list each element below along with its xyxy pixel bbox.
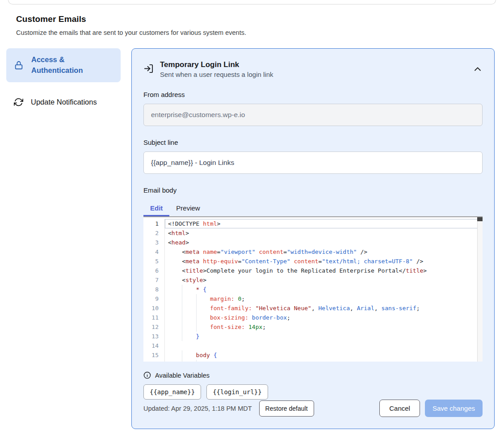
email-types-sidebar: Access & AuthenticationUpdate Notificati… bbox=[6, 48, 121, 114]
code-line[interactable]: 7<style> bbox=[143, 275, 483, 285]
code-line[interactable]: 15body { bbox=[143, 350, 483, 360]
panel-subtitle: Sent when a user requests a login link bbox=[160, 71, 273, 78]
cancel-button[interactable]: Cancel bbox=[379, 400, 420, 417]
sidebar-item-label: Access & Authentication bbox=[31, 55, 113, 76]
line-number: 9 bbox=[143, 294, 165, 303]
previous-card-bottom-edge bbox=[8, 0, 496, 4]
code-line[interactable]: 8* { bbox=[143, 285, 483, 294]
updated-timestamp: Updated: Apr 29, 2025, 1:18 PM MDT bbox=[143, 405, 252, 412]
code-line-content: <!DOCTYPE html> bbox=[165, 219, 483, 228]
code-line[interactable]: 4<meta name="viewport" content="width=de… bbox=[143, 247, 483, 257]
line-number: 12 bbox=[143, 322, 165, 332]
email-body-tab-bar: EditPreview bbox=[143, 202, 483, 216]
code-line[interactable]: 1<!DOCTYPE html> bbox=[143, 219, 483, 228]
code-line-content: box-sizing: border-box; bbox=[165, 313, 483, 322]
sidebar-item-label: Update Notifications bbox=[31, 97, 97, 108]
page-title: Customer Emails bbox=[16, 14, 488, 24]
page-subtitle: Customize the emails that are sent to yo… bbox=[16, 29, 488, 36]
line-number: 3 bbox=[143, 238, 165, 247]
code-line-content: } bbox=[165, 332, 483, 341]
code-line-content: margin: 0; bbox=[165, 294, 483, 303]
code-line-content: <meta http-equiv="Content-Type" content=… bbox=[165, 257, 483, 266]
line-number: 13 bbox=[143, 332, 165, 341]
code-line[interactable]: 11box-sizing: border-box; bbox=[143, 313, 483, 322]
code-line[interactable]: 14 bbox=[143, 341, 483, 350]
code-line[interactable]: 10font-family: "Helvetica Neue", Helveti… bbox=[143, 303, 483, 313]
subject-line-input[interactable] bbox=[143, 152, 483, 174]
line-number: 10 bbox=[143, 303, 165, 313]
code-line[interactable]: 3<head> bbox=[143, 238, 483, 247]
code-line-content: font-size: 14px; bbox=[165, 322, 483, 332]
from-address-input[interactable] bbox=[143, 104, 483, 126]
panel-title: Temporary Login Link bbox=[160, 60, 273, 69]
subject-line-label: Subject line bbox=[143, 139, 483, 146]
email-body-code-editor[interactable]: 1<!DOCTYPE html>2<html>3<head>4<meta nam… bbox=[143, 216, 483, 362]
available-variables-header: Available Variables bbox=[143, 371, 483, 379]
panel-footer: Updated: Apr 29, 2025, 1:18 PM MDT Resto… bbox=[143, 400, 483, 417]
code-line[interactable]: 2<html> bbox=[143, 228, 483, 238]
tab-preview[interactable]: Preview bbox=[169, 202, 206, 216]
code-line-content: <meta name="viewport" content="width=dev… bbox=[165, 247, 483, 257]
code-line-content: <title>Complete your login to the Replic… bbox=[165, 266, 483, 275]
line-number: 7 bbox=[143, 275, 165, 285]
line-number: 8 bbox=[143, 285, 165, 294]
code-line-content: <style> bbox=[165, 275, 483, 285]
from-address-label: From address bbox=[143, 91, 483, 98]
editor-scrollbar-thumb[interactable] bbox=[477, 217, 483, 221]
line-number: 14 bbox=[143, 341, 165, 350]
chevron-up-icon bbox=[475, 66, 481, 72]
email-body-label: Email body bbox=[143, 186, 483, 194]
code-line[interactable]: 9margin: 0; bbox=[143, 294, 483, 303]
code-lines: 1<!DOCTYPE html>2<html>3<head>4<meta nam… bbox=[143, 219, 483, 362]
panel-header-text: Temporary Login Link Sent when a user re… bbox=[160, 60, 273, 78]
lock-icon bbox=[14, 60, 24, 70]
save-changes-button[interactable]: Save changes bbox=[425, 400, 483, 417]
collapse-section-button[interactable] bbox=[473, 64, 483, 74]
sidebar-item-access-authentication[interactable]: Access & Authentication bbox=[6, 48, 121, 82]
code-line[interactable]: 12font-size: 14px; bbox=[143, 322, 483, 332]
variable-chip-login_url[interactable]: {{login_url}} bbox=[206, 384, 268, 400]
line-number: 4 bbox=[143, 247, 165, 257]
available-variables-label: Available Variables bbox=[155, 372, 210, 379]
variable-chips: {{app_name}}{{login_url}} bbox=[143, 384, 483, 400]
code-line[interactable]: 6<title>Complete your login to the Repli… bbox=[143, 266, 483, 275]
code-line[interactable]: 13} bbox=[143, 332, 483, 341]
code-line[interactable]: 16font-family: "Helvetica Neue", Helveti… bbox=[143, 360, 483, 362]
footer-actions: Cancel Save changes bbox=[379, 400, 483, 417]
tab-edit[interactable]: Edit bbox=[143, 202, 169, 216]
line-number: 16 bbox=[143, 360, 165, 362]
code-line-content: * { bbox=[165, 285, 483, 294]
editor-scrollbar-track[interactable] bbox=[477, 217, 483, 362]
line-number: 6 bbox=[143, 266, 165, 275]
code-line-content bbox=[165, 341, 483, 350]
login-icon bbox=[143, 63, 154, 76]
restore-default-button[interactable]: Restore default bbox=[259, 400, 314, 417]
line-number: 11 bbox=[143, 313, 165, 322]
code-line-content: <html> bbox=[165, 228, 483, 238]
refresh-icon bbox=[14, 97, 23, 107]
line-number: 5 bbox=[143, 257, 165, 266]
info-icon bbox=[143, 371, 151, 379]
sidebar-item-update-notifications[interactable]: Update Notifications bbox=[6, 91, 121, 114]
code-line-content: body { bbox=[165, 350, 483, 360]
code-line-content: font-family: "Helvetica Neue", Helvetica… bbox=[165, 360, 483, 362]
code-line[interactable]: 5<meta http-equiv="Content-Type" content… bbox=[143, 257, 483, 266]
panel-header: Temporary Login Link Sent when a user re… bbox=[143, 60, 483, 78]
line-number: 1 bbox=[143, 219, 165, 228]
code-line-content: <head> bbox=[165, 238, 483, 247]
line-number: 2 bbox=[143, 228, 165, 238]
variable-chip-app_name[interactable]: {{app_name}} bbox=[143, 384, 201, 400]
line-number: 15 bbox=[143, 350, 165, 360]
code-line-content: font-family: "Helvetica Neue", Helvetica… bbox=[165, 303, 483, 313]
page-header: Customer Emails Customize the emails tha… bbox=[16, 14, 488, 36]
temporary-login-link-panel: Temporary Login Link Sent when a user re… bbox=[131, 48, 495, 429]
